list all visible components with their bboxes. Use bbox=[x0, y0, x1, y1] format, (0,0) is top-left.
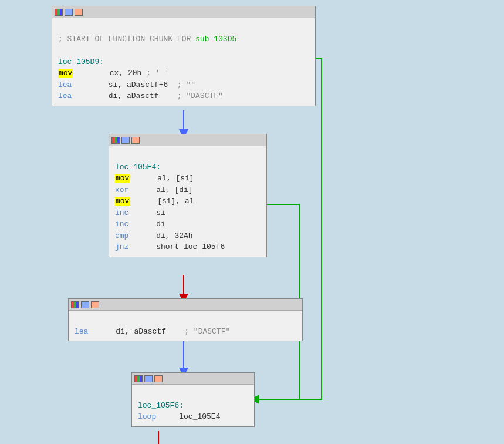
instr-lea1: si, aDasctf+6 bbox=[72, 80, 177, 89]
instr-mov1: cx, 20h bbox=[73, 69, 146, 78]
kw-loop: loop bbox=[138, 412, 156, 421]
icon-grid bbox=[55, 9, 63, 16]
icon-list-4 bbox=[154, 375, 163, 382]
instr-loop: loc_105E4 bbox=[156, 412, 220, 421]
label-105f6: loc_105F6: bbox=[138, 401, 184, 410]
block-4-content: loc_105F6: loop loc_105E4 bbox=[132, 385, 254, 426]
kw-jnz: jnz bbox=[115, 243, 128, 251]
block-2-content: loc_105E4: mov al, [si] xor al, [di] mov… bbox=[109, 146, 266, 257]
block-3-titlebar bbox=[69, 299, 302, 311]
icon-list-2 bbox=[131, 137, 140, 144]
block-2-titlebar bbox=[109, 134, 266, 146]
block-4: loc_105F6: loop loc_105E4 bbox=[131, 372, 255, 427]
kw-mov1: mov bbox=[58, 69, 73, 78]
block-1: ; START OF FUNCTION CHUNK FOR sub_103D5 … bbox=[52, 6, 316, 106]
instr-inc2: di bbox=[128, 220, 165, 228]
icon-img bbox=[65, 9, 73, 16]
kw-mov3: mov bbox=[115, 197, 130, 206]
instr-cmp: di, 32Ah bbox=[128, 231, 192, 240]
instr-mov3: [si], al bbox=[130, 197, 194, 206]
instr-lea2: di, aDasctf bbox=[72, 92, 177, 100]
icon-img-2 bbox=[121, 137, 130, 144]
kw-lea1: lea bbox=[58, 80, 72, 89]
icon-grid-2 bbox=[111, 137, 120, 144]
icon-list-3 bbox=[91, 301, 99, 308]
icon-img-4 bbox=[144, 375, 153, 382]
instr-inc1: si bbox=[128, 208, 165, 217]
kw-inc2: inc bbox=[115, 220, 128, 228]
block-1-content: ; START OF FUNCTION CHUNK FOR sub_103D5 … bbox=[52, 18, 315, 106]
kw-xor: xor bbox=[115, 186, 128, 194]
kw-lea3: lea bbox=[75, 327, 88, 336]
instr-xor: al, [di] bbox=[128, 186, 192, 194]
func-name: sub_103D5 bbox=[195, 35, 236, 43]
instr-mov2: al, [si] bbox=[130, 174, 194, 183]
block-3-content: lea di, aDasctf ; "DASCTF" bbox=[69, 311, 302, 341]
block-1-titlebar bbox=[52, 6, 315, 18]
comment-lea1: ; "" bbox=[177, 80, 195, 89]
label-105d9: loc_105D9: bbox=[58, 58, 104, 66]
block-2: loc_105E4: mov al, [si] xor al, [di] mov… bbox=[109, 134, 267, 257]
block-4-titlebar bbox=[132, 373, 254, 385]
kw-lea2: lea bbox=[58, 92, 72, 100]
label-105e4: loc_105E4: bbox=[115, 163, 161, 171]
comment-lea2: ; "DASCTF" bbox=[177, 92, 223, 100]
comment-line: ; START OF FUNCTION CHUNK FOR bbox=[58, 35, 195, 43]
icon-list bbox=[75, 9, 83, 16]
comment-mov1: ; ' ' bbox=[146, 69, 169, 78]
icon-img-3 bbox=[81, 301, 89, 308]
kw-inc1: inc bbox=[115, 208, 128, 217]
instr-lea3: di, aDasctf bbox=[88, 327, 184, 336]
kw-cmp: cmp bbox=[115, 231, 128, 240]
instr-jnz: short loc_105F6 bbox=[128, 243, 225, 251]
icon-grid-4 bbox=[134, 375, 143, 382]
comment-lea3: ; "DASCTF" bbox=[184, 327, 230, 336]
icon-grid-3 bbox=[71, 301, 79, 308]
block-3: lea di, aDasctf ; "DASCTF" bbox=[68, 298, 303, 341]
kw-mov2: mov bbox=[115, 174, 130, 183]
